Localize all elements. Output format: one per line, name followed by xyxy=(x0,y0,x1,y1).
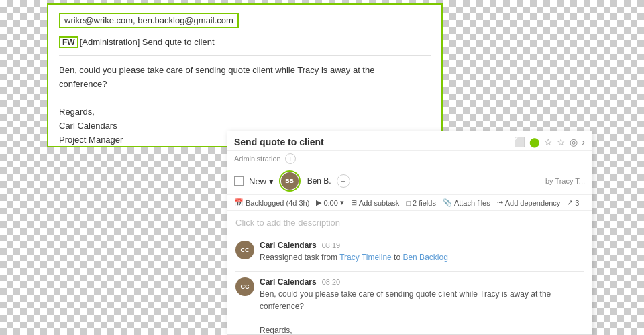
fields-btn[interactable]: □ 2 fields xyxy=(406,199,436,207)
comment-2-author: Carl Calendars xyxy=(260,277,317,287)
email-regards: Regards, xyxy=(59,105,431,119)
to-link[interactable]: Ben Backlog xyxy=(402,253,447,262)
email-body-line1: Ben, could you please take care of sendi… xyxy=(59,64,431,78)
comment-divider xyxy=(235,271,584,272)
breadcrumb-text[interactable]: Administration xyxy=(234,155,281,163)
tag-icon[interactable]: ⬤ xyxy=(529,137,540,147)
created-by: by Tracy T... xyxy=(545,177,585,185)
comment-2: CC Carl Calendars 08:20 Ben, could you p… xyxy=(235,277,584,334)
comment-1-author: Carl Calendars xyxy=(260,241,317,250)
star-icon[interactable]: ☆ xyxy=(544,137,553,147)
comment-1-content: Carl Calendars 08:19 Reassigned task fro… xyxy=(260,241,584,263)
window-icon[interactable]: ⬜ xyxy=(514,137,525,147)
task-header: Send quote to client ⬜ ⬤ ☆ ☆ ◎ › xyxy=(227,131,592,151)
chevron-down-icon: ▾ xyxy=(340,198,344,207)
share-btn[interactable]: ↗ 3 xyxy=(567,198,579,207)
comment-1-text: Reassigned task from Tracy Timeline to B… xyxy=(260,251,584,263)
assignee-avatar: BB xyxy=(281,172,299,190)
play-icon: ▶ xyxy=(316,198,321,207)
rss-icon[interactable]: ◎ xyxy=(570,137,578,147)
comment-1: CC Carl Calendars 08:19 Reassigned task … xyxy=(235,241,584,263)
from-link[interactable]: Tracy Timeline xyxy=(339,253,392,262)
add-assignee-button[interactable]: + xyxy=(337,174,350,188)
comment-2-avatar: CC xyxy=(235,277,254,296)
dependency-icon: ⇢ xyxy=(497,198,503,207)
task-description[interactable]: Click to add the description xyxy=(227,211,592,235)
fw-badge: FW xyxy=(59,36,78,48)
task-meta-bar: 📅 Backlogged (4d 3h) ▶ 0:00 ▾ ⊞ Add subt… xyxy=(227,195,592,211)
paperclip-icon: 📎 xyxy=(443,198,452,207)
assignee-avatar-wrapper[interactable]: BB xyxy=(279,170,301,192)
subtask-icon: ⊞ xyxy=(351,198,357,207)
more-icon[interactable]: › xyxy=(582,137,585,147)
comment-1-header: Carl Calendars 08:19 xyxy=(260,241,584,250)
star-outline-icon[interactable]: ☆ xyxy=(557,137,566,147)
email-panel: wrike@wrike.com, ben.backlog@gmail.com F… xyxy=(47,3,443,147)
comment-1-avatar: CC xyxy=(235,241,254,259)
task-status[interactable]: 📅 Backlogged (4d 3h) xyxy=(234,198,309,207)
task-panel: Send quote to client ⬜ ⬤ ☆ ☆ ◎ › Adminis… xyxy=(227,131,592,335)
share-icon: ↗ xyxy=(567,198,573,207)
comment-2-header: Carl Calendars 08:20 xyxy=(260,277,584,287)
add-breadcrumb-button[interactable]: + xyxy=(285,153,296,164)
task-comments: CC Carl Calendars 08:19 Reassigned task … xyxy=(227,235,592,334)
task-breadcrumb: Administration + xyxy=(227,151,592,168)
email-subject-text: [Administration] Send qute to client xyxy=(80,37,215,47)
email-to-field: wrike@wrike.com, ben.backlog@gmail.com xyxy=(59,13,239,28)
time-text: 0:00 xyxy=(323,199,337,207)
task-header-icons: ⬜ ⬤ ☆ ☆ ◎ › xyxy=(514,137,585,147)
email-subject: FW[Administration] Send qute to client xyxy=(59,36,431,56)
comment-1-time: 08:19 xyxy=(322,241,341,249)
task-checkbox[interactable] xyxy=(234,176,244,186)
comment-2-time: 08:20 xyxy=(322,278,341,286)
comment-2-content: Carl Calendars 08:20 Ben, could you plea… xyxy=(260,277,584,334)
add-dependency-btn[interactable]: ⇢ Add dependency xyxy=(497,198,561,207)
attach-files-btn[interactable]: 📎 Attach files xyxy=(443,198,490,207)
task-title: Send quote to client xyxy=(234,137,514,147)
new-button[interactable]: New ▾ xyxy=(249,176,274,186)
email-body-line2: conference? xyxy=(59,78,431,92)
task-toolbar: New ▾ BB Ben B. + by Tracy T... xyxy=(227,168,592,195)
task-play[interactable]: ▶ 0:00 ▾ xyxy=(316,198,343,207)
calendar-icon: 📅 xyxy=(234,198,244,207)
add-subtask-btn[interactable]: ⊞ Add subtask xyxy=(351,198,400,207)
comment-2-text: Ben, could you please take care of sendi… xyxy=(260,288,584,334)
status-text: Backlogged (4d 3h) xyxy=(246,199,309,207)
fields-icon: □ xyxy=(406,199,411,207)
assignee-label: Ben B. xyxy=(307,176,331,186)
